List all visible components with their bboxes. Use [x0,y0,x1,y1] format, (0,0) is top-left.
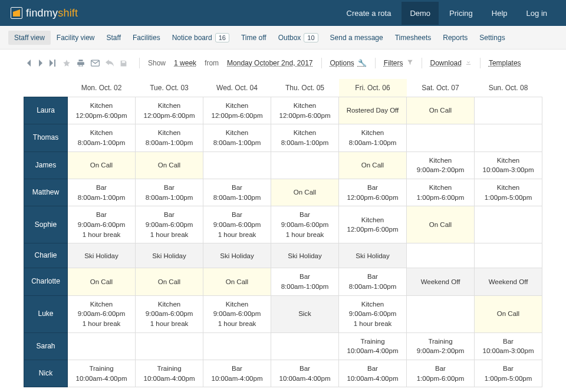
shift-cell[interactable]: Bar10:00am-4:00pm [339,360,407,387]
shift-cell[interactable]: Bar8:00am-1:00pm [203,179,271,206]
print-icon[interactable] [77,59,85,67]
shift-cell[interactable]: Kitchen12:00pm-6:00pm [68,97,136,124]
shift-cell[interactable]: Kitchen12:00pm-6:00pm [203,97,271,124]
shift-cell[interactable] [475,243,542,268]
shift-cell[interactable]: Weekend Off [475,268,542,295]
shift-cell[interactable]: Ski Holiday [271,243,339,268]
day-header[interactable]: Mon. Oct. 02 [68,79,136,97]
shift-cell[interactable]: Kitchen9:00am-6:00pm1 hour break [339,295,407,332]
shift-cell[interactable]: Kitchen1:00pm-6:00pm [407,179,475,206]
jump-next-icon[interactable] [50,60,57,67]
shift-cell[interactable]: Kitchen9:00am-6:00pm1 hour break [203,295,271,332]
shift-cell[interactable]: Kitchen12:00pm-6:00pm [271,97,339,124]
nav-demo[interactable]: Demo [402,2,439,25]
range-selector[interactable]: 1 week [174,59,196,67]
subnav-time-off[interactable]: Time off [235,31,272,45]
staff-name-cell[interactable]: Thomas [24,124,68,151]
shift-cell[interactable]: Training10:00am-4:00pm [136,360,203,387]
subnav-settings[interactable]: Settings [473,31,511,45]
staff-name-cell[interactable]: Charlotte [24,268,68,295]
nav-login[interactable]: Log in [518,2,555,25]
shift-cell[interactable]: Kitchen8:00am-1:00pm [339,124,407,151]
star-icon[interactable] [62,59,71,67]
shift-cell[interactable]: Training10:00am-4:00pm [68,360,136,387]
shift-cell[interactable]: Sick [271,295,339,332]
shift-cell[interactable]: Bar1:00pm-6:00pm [407,360,475,387]
subnav-facility-view[interactable]: Facility view [51,31,101,45]
prev-icon[interactable] [26,60,32,67]
subnav-staff[interactable]: Staff [101,31,127,45]
shift-cell[interactable]: Ski Holiday [203,243,271,268]
shift-cell[interactable]: Weekend Off [407,268,475,295]
shift-cell[interactable]: Bar8:00am-1:00pm [271,268,339,295]
staff-name-cell[interactable]: Nick [24,360,68,387]
shift-cell[interactable]: Bar9:00am-6:00pm1 hour break [68,206,136,243]
shift-cell[interactable] [407,295,475,332]
shift-cell[interactable]: Bar10:00am-4:00pm [203,360,271,387]
day-header[interactable]: Sat. Oct. 07 [407,79,475,97]
shift-cell[interactable] [271,332,339,360]
shift-cell[interactable] [68,332,136,360]
staff-name-cell[interactable]: Sophie [24,206,68,243]
staff-name-cell[interactable]: Laura [24,97,68,124]
shift-cell[interactable]: Bar9:00am-6:00pm1 hour break [136,206,203,243]
shift-cell[interactable]: On Call [68,268,136,295]
shift-cell[interactable]: Bar8:00am-1:00pm [339,268,407,295]
shift-cell[interactable]: On Call [339,151,407,179]
shift-cell[interactable] [475,97,542,124]
shift-cell[interactable] [475,124,542,151]
shift-cell[interactable]: Kitchen1:00pm-5:00pm [475,179,542,206]
shift-cell[interactable]: Bar10:00am-3:00pm [475,332,542,360]
shift-cell[interactable]: Bar10:00am-4:00pm [271,360,339,387]
shift-cell[interactable]: Rostered Day Off [339,97,407,124]
shift-cell[interactable]: Kitchen9:00am-6:00pm1 hour break [136,295,203,332]
shift-cell[interactable]: Training9:00am-2:00pm [407,332,475,360]
shift-cell[interactable]: On Call [475,295,542,332]
staff-name-cell[interactable]: Sarah [24,332,68,360]
date-selector[interactable]: Monday October 2nd, 2017 [227,59,312,67]
shift-cell[interactable]: Bar1:00pm-5:00pm [475,360,542,387]
shift-cell[interactable] [136,332,203,360]
shift-cell[interactable]: On Call [203,268,271,295]
nav-pricing[interactable]: Pricing [441,2,481,25]
shift-cell[interactable]: Ski Holiday [339,243,407,268]
staff-name-cell[interactable]: Matthew [24,179,68,206]
shift-cell[interactable]: On Call [68,151,136,179]
shift-cell[interactable] [407,124,475,151]
shift-cell[interactable]: Kitchen8:00am-1:00pm [68,124,136,151]
subnav-send-message[interactable]: Send a message [324,31,389,45]
shift-cell[interactable] [203,151,271,179]
day-header[interactable]: Wed. Oct. 04 [203,79,271,97]
shift-cell[interactable]: Kitchen12:00pm-6:00pm [136,97,203,124]
shift-cell[interactable]: Ski Holiday [136,243,203,268]
options-link[interactable]: Options🔧 [330,59,367,67]
shift-cell[interactable]: Kitchen8:00am-1:00pm [203,124,271,151]
next-icon[interactable] [38,60,44,67]
shift-cell[interactable]: Kitchen12:00pm-6:00pm [339,206,407,243]
subnav-timesheets[interactable]: Timesheets [389,31,437,45]
staff-name-cell[interactable]: James [24,151,68,179]
shift-cell[interactable]: Bar8:00am-1:00pm [136,179,203,206]
subnav-reports[interactable]: Reports [437,31,473,45]
shift-cell[interactable] [271,151,339,179]
shift-cell[interactable] [475,206,542,243]
logo[interactable]: findmyshift [11,7,78,19]
filters-link[interactable]: Filters [384,59,413,67]
staff-name-cell[interactable]: Luke [24,295,68,332]
day-header[interactable]: Thu. Oct. 05 [271,79,339,97]
subnav-staff-view[interactable]: Staff view [8,31,51,45]
shift-cell[interactable]: On Call [271,179,339,206]
shift-cell[interactable]: Bar12:00pm-6:00pm [339,179,407,206]
staff-name-cell[interactable]: Charlie [24,243,68,268]
shift-cell[interactable]: Bar9:00am-6:00pm1 hour break [203,206,271,243]
shift-cell[interactable]: Kitchen9:00am-2:00pm [407,151,475,179]
nav-help[interactable]: Help [483,2,516,25]
save-icon[interactable] [120,60,127,67]
mail-icon[interactable] [91,60,100,67]
day-header[interactable]: Fri. Oct. 06 [339,79,407,97]
shift-cell[interactable]: Bar8:00am-1:00pm [68,179,136,206]
shift-cell[interactable]: On Call [407,97,475,124]
shift-cell[interactable]: Kitchen10:00am-3:00pm [475,151,542,179]
subnav-notice-board[interactable]: Notice board16 [166,30,235,45]
templates-link[interactable]: Templates [489,59,521,67]
